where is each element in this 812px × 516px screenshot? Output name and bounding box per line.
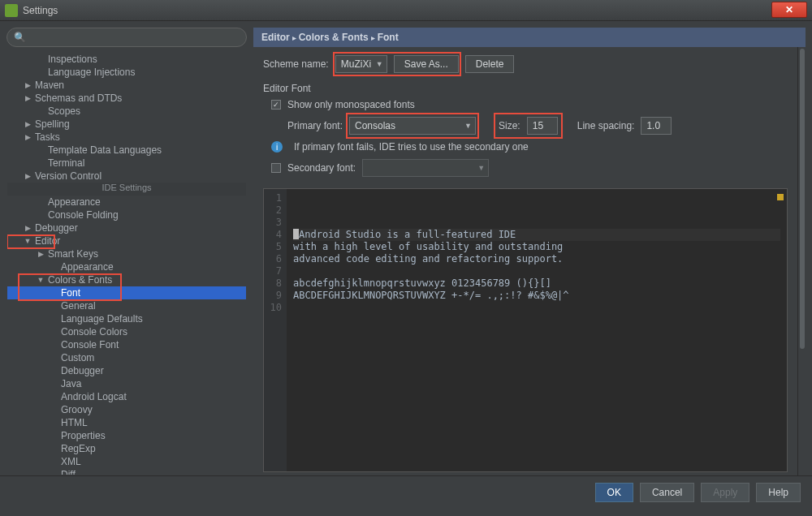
secondary-checkbox[interactable]: ✓ [271, 163, 281, 173]
tree-item-label: Console Folding [46, 209, 119, 221]
settings-pane: Scheme name: MuZiXi ▼ Save As... Delete … [253, 47, 797, 475]
info-icon: i [271, 141, 283, 153]
tree-item-groovy[interactable]: Groovy [7, 403, 246, 416]
settings-tree[interactable]: InspectionsLanguage InjectionsMavenSchem… [6, 52, 247, 475]
tree-item-console-folding[interactable]: Console Folding [7, 209, 246, 221]
tree-item-label: Debugger [33, 221, 78, 234]
tree-item-terminal[interactable]: Terminal [7, 157, 246, 170]
secondary-row: ✓ Secondary font: ▼ [271, 159, 788, 177]
delete-button[interactable]: Delete [465, 55, 515, 73]
chevron-down-icon: ▼ [376, 60, 383, 68]
search-field[interactable]: 🔍 [6, 28, 247, 47]
tree-item-label: Inspections [46, 53, 97, 66]
size-input[interactable]: 15 [527, 117, 558, 135]
tree-item-label: Properties [59, 429, 106, 442]
tree-item-console-colors[interactable]: Console Colors [7, 325, 246, 338]
tree-item-label: Colors & Fonts [46, 273, 112, 286]
tree-item-android-logcat[interactable]: Android Logcat [7, 390, 246, 403]
tree-item-label: Console Font [59, 338, 119, 351]
tree-item-label: Diff [59, 468, 76, 475]
tree-item-tasks[interactable]: Tasks [7, 131, 246, 144]
tree-item-spelling[interactable]: Spelling [7, 118, 246, 131]
tree-item-label: Tasks [33, 131, 60, 144]
tree-item-label: Java [59, 377, 81, 390]
tree-arrow-icon[interactable] [22, 79, 33, 92]
tree-item-label: Language Defaults [59, 312, 143, 325]
tree-item-debugger[interactable]: Debugger [7, 221, 246, 234]
save-as-button[interactable]: Save As... [394, 55, 459, 73]
tree-item-appearance[interactable]: Appearance [7, 196, 246, 209]
mono-label: Show only monospaced fonts [287, 99, 415, 110]
breadcrumb-font: Font [378, 32, 399, 43]
warning-marker-icon [777, 194, 784, 200]
tree-item-general[interactable]: General [7, 299, 246, 312]
tree-item-label: General [59, 299, 96, 312]
tree-item-font[interactable]: Font [7, 286, 246, 299]
breadcrumb-colors-fonts: Colors & Fonts [299, 32, 369, 43]
tree-arrow-icon[interactable] [35, 247, 46, 260]
tree-item-smart-keys[interactable]: Smart Keys [7, 247, 246, 260]
tree-item-regexp[interactable]: RegExp [7, 442, 246, 455]
tree-item-scopes[interactable]: Scopes [7, 105, 246, 118]
tree-item-appearance[interactable]: Appearance [7, 260, 246, 273]
tree-item-label: Font [59, 286, 80, 299]
tree-item-colors-fonts[interactable]: Colors & Fonts [7, 273, 246, 286]
tree-item-html[interactable]: HTML [7, 416, 246, 429]
mono-checkbox[interactable]: ✓ [271, 100, 281, 110]
tree-item-properties[interactable]: Properties [7, 429, 246, 442]
tree-item-version-control[interactable]: Version Control [7, 170, 246, 183]
right-scrollbar[interactable] [797, 47, 806, 475]
tree-item-label: Appearance [59, 260, 114, 273]
search-input[interactable] [29, 32, 240, 43]
tree-item-label: RegExp [59, 442, 96, 455]
tree-item-label: Debugger [59, 364, 104, 377]
line-spacing-input[interactable]: 1.0 [641, 117, 672, 135]
scheme-name-value: MuZiXi [341, 58, 371, 70]
info-text: If primary font fails, IDE tries to use … [294, 141, 529, 153]
tree-arrow-icon[interactable] [22, 221, 33, 234]
tree-item-label: Smart Keys [46, 247, 98, 260]
tree-arrow-icon[interactable] [35, 273, 46, 286]
info-row: i If primary font fails, IDE tries to us… [271, 141, 788, 153]
tree-item-diff[interactable]: Diff [7, 468, 246, 475]
tree-item-xml[interactable]: XML [7, 455, 246, 468]
code-area[interactable]: Android Studio is a full-featured IDEwit… [287, 189, 787, 471]
gutter: 12345678910 [264, 189, 287, 471]
apply-button[interactable]: Apply [701, 483, 749, 502]
tree-item-inspections[interactable]: Inspections [7, 53, 246, 66]
tree-arrow-icon[interactable] [22, 118, 33, 131]
tree-item-console-font[interactable]: Console Font [7, 338, 246, 351]
ok-button[interactable]: OK [595, 483, 633, 502]
tree-item-maven[interactable]: Maven [7, 79, 246, 92]
scheme-name-select[interactable]: MuZiXi ▼ [335, 55, 387, 73]
tree-item-debugger[interactable]: Debugger [7, 364, 246, 377]
tree-item-editor[interactable]: Editor [7, 234, 246, 247]
tree-item-label: Console Colors [59, 325, 127, 338]
title-bar: Settings ✕ [0, 0, 812, 21]
cancel-button[interactable]: Cancel [640, 483, 694, 502]
tree-item-label: Maven [33, 79, 64, 92]
primary-font-select[interactable]: Consolas ▼ [349, 117, 476, 135]
help-button[interactable]: Help [756, 483, 801, 502]
tree-item-template-data-languages[interactable]: Template Data Languages [7, 144, 246, 157]
window-title: Settings [23, 5, 58, 16]
tree-arrow-icon[interactable] [22, 92, 33, 105]
tree-item-schemas-and-dtds[interactable]: Schemas and DTDs [7, 92, 246, 105]
secondary-font-label: Secondary font: [287, 162, 356, 174]
tree-item-language-defaults[interactable]: Language Defaults [7, 312, 246, 325]
preview-editor: 12345678910 Android Studio is a full-fea… [263, 188, 788, 472]
tree-item-label: Editor [33, 234, 60, 247]
tree-item-custom[interactable]: Custom [7, 351, 246, 364]
tree-arrow-icon[interactable] [22, 234, 33, 247]
tree-item-label: Language Injections [46, 66, 135, 79]
tree-arrow-icon[interactable] [22, 170, 33, 183]
tree-item-label: Custom [59, 351, 94, 364]
app-icon [5, 4, 18, 17]
tree-item-label: Spelling [33, 118, 70, 131]
tree-item-java[interactable]: Java [7, 377, 246, 390]
tree-arrow-icon[interactable] [22, 131, 33, 144]
tree-item-language-injections[interactable]: Language Injections [7, 66, 246, 79]
secondary-font-select[interactable]: ▼ [362, 159, 489, 177]
window-close-button[interactable]: ✕ [771, 2, 807, 18]
scheme-row: Scheme name: MuZiXi ▼ Save As... Delete [263, 55, 788, 73]
